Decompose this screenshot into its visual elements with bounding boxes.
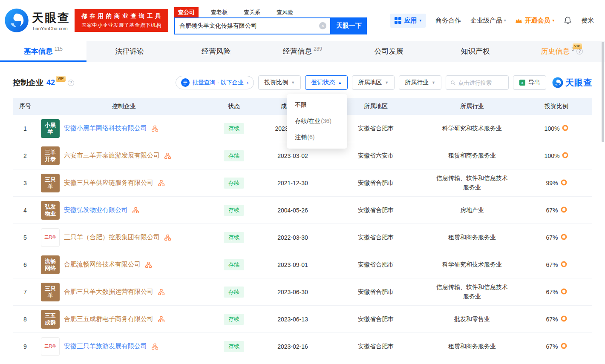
enterprise-products-menu[interactable]: 企业级产品 ▾: [470, 17, 506, 25]
status-cell: 存续: [210, 314, 257, 325]
company-logo-text: 羊: [48, 183, 53, 190]
company-cell: 弘发物业安徽弘发物业有限公司: [37, 201, 210, 220]
tab-legal-cases[interactable]: 法律诉讼: [86, 41, 173, 62]
equity-structure-icon[interactable]: [561, 288, 567, 296]
apps-menu-button[interactable]: 应用 ▾: [390, 14, 426, 28]
relation-graph-icon[interactable]: [152, 126, 158, 132]
company-name-link[interactable]: 安徽三只羊供应链服务有限公司: [64, 179, 153, 187]
search-tab-2[interactable]: 查老板: [207, 7, 231, 17]
equity-structure-icon[interactable]: [561, 179, 567, 187]
search-tab-4[interactable]: 查风险: [273, 7, 297, 17]
company-cell: 流畅网络合肥流畅网络技术有限公司: [37, 255, 210, 274]
invest-ratio-value: 67%: [546, 343, 558, 350]
business-cooperation-link[interactable]: 商务合作: [435, 17, 461, 25]
company-name-link[interactable]: 安徽小黑羊网络科技有限公司: [64, 124, 147, 132]
table-search-box[interactable]: [446, 75, 509, 90]
company-logo: 小黑羊: [41, 119, 60, 138]
promo-banner-line1: 都 在 用 的 商 业 查 询 工 具: [81, 12, 161, 20]
search-button[interactable]: 天眼一下: [331, 17, 367, 34]
equity-structure-icon[interactable]: [562, 125, 568, 132]
search-tab-3[interactable]: 查关系: [240, 7, 264, 17]
batch-query-button[interactable]: 批量查询 · 以下企业 ›: [176, 76, 254, 89]
company-name-link[interactable]: 三只羊（合肥）控股集团有限公司: [64, 233, 160, 241]
equity-structure-icon[interactable]: [561, 315, 567, 323]
company-logo-text: 羊: [48, 292, 53, 299]
tianyancha-logo[interactable]: 天眼查 TianYanCha.com: [4, 8, 70, 33]
help-icon[interactable]: ?: [68, 80, 74, 86]
company-logo: 三只羊: [41, 283, 60, 301]
invest-ratio-cell: 67%: [521, 315, 592, 323]
status-badge: 存续: [224, 205, 244, 216]
company-logo-text: 流畅: [45, 258, 56, 265]
open-membership-link[interactable]: 开通会员 ▾: [515, 17, 554, 25]
tab-business-risk[interactable]: 经营风险: [173, 41, 259, 62]
dropdown-option-label: 不限: [295, 101, 307, 109]
region-filter[interactable]: 所属地区▼: [352, 75, 395, 90]
industry-cell: 科学研究和技术服务业: [424, 260, 521, 269]
search-tabs: 查公司查老板查关系查风险: [174, 7, 367, 17]
tab-intellectual-property[interactable]: 知识产权: [432, 41, 519, 62]
company-name-link[interactable]: 安徽三只羊旅游发展有限公司: [64, 342, 147, 350]
nav-tab-label: 法律诉讼: [115, 46, 144, 56]
tab-company-development[interactable]: 公司发展: [346, 41, 432, 62]
nav-tab-label: 经营信息: [283, 46, 312, 56]
company-search-input[interactable]: [175, 23, 330, 29]
relation-graph-icon[interactable]: [145, 262, 152, 268]
company-logo-text: 小黑: [45, 122, 56, 129]
company-name-link[interactable]: 合肥三五成群电子商务有限公司: [64, 315, 153, 323]
dropdown-option-1[interactable]: 不限: [287, 97, 347, 113]
site-header: 天眼查 TianYanCha.com 都 在 用 的 商 业 查 询 工 具 国…: [0, 0, 605, 41]
chevron-down-icon: ▼: [385, 80, 389, 85]
tianyancha-watermark-icon: [552, 77, 563, 88]
equity-structure-icon[interactable]: [562, 152, 568, 160]
dropdown-option-3[interactable]: 注销(6): [287, 129, 347, 146]
company-name-link[interactable]: 合肥流畅网络技术有限公司: [64, 261, 141, 269]
tab-history-info[interactable]: 历史信息3?VIP: [519, 41, 605, 62]
company-name-link[interactable]: 合肥三只羊大数据运营有限公司: [64, 288, 153, 296]
clear-icon[interactable]: ×: [319, 22, 326, 29]
tab-business-info[interactable]: 经营信息289: [259, 41, 346, 62]
relation-graph-icon[interactable]: [158, 316, 164, 322]
relation-graph-icon[interactable]: [158, 289, 164, 295]
equity-structure-icon[interactable]: [561, 234, 567, 241]
status-badge: 存续: [224, 259, 244, 270]
relation-graph-icon[interactable]: [158, 180, 164, 186]
dropdown-option-2[interactable]: 存续/在业(36): [287, 113, 347, 129]
scrollbar-thumb[interactable]: [602, 42, 604, 142]
invest-ratio-filter[interactable]: 投资比例▼: [258, 75, 301, 90]
username[interactable]: 费米: [581, 17, 594, 25]
equity-structure-icon[interactable]: [561, 343, 567, 350]
relation-graph-icon[interactable]: [133, 207, 139, 213]
table-search-input[interactable]: [458, 80, 504, 86]
industry-filter[interactable]: 所属行业▼: [399, 75, 441, 90]
filter-label: 所属地区: [358, 79, 382, 86]
excel-icon: X: [519, 79, 526, 86]
company-logo: 三只羊: [41, 174, 60, 192]
industry-cell: 科学研究和技术服务业: [424, 124, 521, 133]
table-row: 3三只羊安徽三只羊供应链服务有限公司存续2021-12-30安徽省合肥市信息传输…: [13, 169, 592, 197]
invest-ratio-cell: 100%: [521, 125, 592, 132]
dropdown-option-count: (6): [307, 134, 314, 141]
company-name-link[interactable]: 六安市三羊开泰旅游发展有限公司: [64, 152, 160, 160]
invest-ratio-cell: 67%: [521, 206, 592, 214]
export-button[interactable]: X 导出: [513, 75, 546, 90]
search-tab-1[interactable]: 查公司: [174, 7, 199, 17]
invest-ratio-cell: 100%: [521, 152, 592, 160]
tab-basic-info[interactable]: 基本信息115: [0, 41, 86, 62]
relation-graph-icon[interactable]: [152, 344, 158, 350]
equity-structure-icon[interactable]: [561, 206, 567, 214]
promo-banner: 都 在 用 的 商 业 查 询 工 具 国家中小企业发展子基金旗下机构: [75, 9, 168, 32]
dropdown-option-count: (36): [321, 118, 331, 125]
tianyancha-watermark-label: 天眼查: [565, 77, 592, 89]
notification-bell-icon[interactable]: [564, 16, 572, 25]
reg-status-filter[interactable]: 登记状态▲不限存续/在业(36)注销(6): [305, 75, 348, 90]
company-cell: 小黑羊安徽小黑羊网络科技有限公司: [37, 119, 210, 138]
search-row: × 天眼一下: [174, 17, 367, 34]
established-date-cell: 2021-12-30: [257, 180, 328, 186]
relation-graph-icon[interactable]: [164, 235, 171, 241]
equity-structure-icon[interactable]: [561, 261, 567, 269]
relation-graph-icon[interactable]: [164, 153, 171, 159]
status-badge: 存续: [224, 178, 244, 189]
company-name-link[interactable]: 安徽弘发物业有限公司: [64, 206, 128, 214]
chevron-up-icon: ▲: [338, 80, 342, 85]
